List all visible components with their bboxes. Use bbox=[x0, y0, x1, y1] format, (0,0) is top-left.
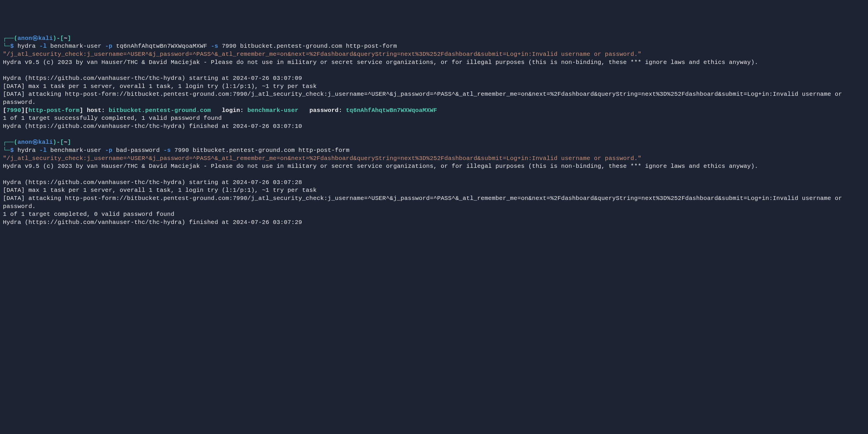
prompt-decoration: ┌──( bbox=[3, 139, 18, 145]
prompt-symbol: ㉿ bbox=[32, 35, 38, 42]
command-arg: benchmark-user bbox=[46, 43, 105, 49]
output-banner: Hydra v9.5 (c) 2023 by van Hauser/THC & … bbox=[3, 163, 758, 170]
output-data: [DATA] max 1 task per 1 server, overall … bbox=[3, 83, 317, 90]
output-finished: Hydra (https://github.com/vanhauser-thc/… bbox=[3, 123, 302, 130]
prompt-host: kali bbox=[38, 139, 53, 145]
result-pass: tq6nAhfAhqtwBn7WXWqoaMXWF bbox=[346, 107, 437, 114]
prompt-dollar: $ bbox=[10, 43, 14, 49]
result-host: bitbucket.pentest-ground.com bbox=[109, 107, 211, 114]
prompt-decoration: └─ bbox=[3, 147, 10, 154]
prompt-decoration: ] bbox=[67, 139, 71, 145]
command-text: hydra bbox=[14, 43, 39, 49]
command-arg: benchmark-user bbox=[46, 147, 105, 154]
output-data: [DATA] max 1 task per 1 server, overall … bbox=[3, 187, 317, 194]
command-quoted-string: "/j_atl_security_check:j_username=^USER^… bbox=[3, 51, 641, 58]
output-success: 1 of 1 target successfully completed, 1 … bbox=[3, 115, 222, 122]
prompt-symbol: ㉿ bbox=[32, 139, 38, 145]
command-flag: -l bbox=[39, 43, 46, 49]
output-data: [DATA] attacking http-post-form://bitbuc… bbox=[3, 195, 846, 210]
result-bracket: ][ bbox=[21, 107, 28, 114]
command-flag: -s bbox=[163, 147, 171, 154]
prompt-line-1: ┌──(anon㉿kali)-[~] bbox=[3, 139, 71, 145]
prompt-decoration: ┌──( bbox=[3, 35, 18, 42]
prompt-line-2: └─$ hydra -l benchmark-user -p tq6nAhfAh… bbox=[3, 43, 641, 58]
prompt-dir: ~ bbox=[64, 35, 67, 42]
prompt-decoration: └─ bbox=[3, 43, 10, 49]
command-flag: -l bbox=[39, 147, 46, 154]
output-data: [DATA] attacking http-post-form://bitbuc… bbox=[3, 91, 846, 106]
result-port: 7990 bbox=[7, 107, 21, 114]
prompt-line-2: └─$ hydra -l benchmark-user -p bad-passw… bbox=[3, 147, 641, 162]
command-arg: bad-password bbox=[112, 147, 163, 154]
prompt-line-1: ┌──(anon㉿kali)-[~] bbox=[3, 35, 71, 42]
prompt-user: anon bbox=[18, 139, 32, 145]
output-banner: Hydra v9.5 (c) 2023 by van Hauser/THC & … bbox=[3, 59, 758, 66]
output-finished: Hydra (https://github.com/vanhauser-thc/… bbox=[3, 219, 302, 226]
prompt-decoration: ] bbox=[67, 35, 71, 42]
result-host-label: host: bbox=[83, 107, 108, 114]
command-arg: tq6nAhfAhqtwBn7WXWqoaMXWF bbox=[112, 43, 211, 49]
command-arg: 7990 bitbucket.pentest-ground.com http-p… bbox=[218, 43, 401, 49]
prompt-dollar: $ bbox=[10, 147, 14, 154]
result-bracket: [ bbox=[3, 107, 7, 114]
prompt-user: anon bbox=[18, 35, 32, 42]
command-flag: -s bbox=[211, 43, 218, 49]
prompt-host: kali bbox=[38, 35, 53, 42]
output-starting: Hydra (https://github.com/vanhauser-thc/… bbox=[3, 75, 302, 81]
result-method: http-post-form bbox=[28, 107, 79, 114]
output-fail: 1 of 1 target completed, 0 valid passwor… bbox=[3, 211, 174, 218]
result-login-label: login: bbox=[211, 107, 247, 114]
prompt-decoration: )-[ bbox=[53, 35, 64, 42]
command-quoted-string: "/j_atl_security_check:j_username=^USER^… bbox=[3, 155, 641, 162]
command-flag: -p bbox=[105, 147, 112, 154]
prompt-decoration: )-[ bbox=[53, 139, 64, 145]
result-pass-label: password: bbox=[299, 107, 346, 114]
result-login: benchmark-user bbox=[247, 107, 298, 114]
terminal-output[interactable]: ┌──(anon㉿kali)-[~] └─$ hydra -l benchmar… bbox=[3, 34, 865, 227]
result-bracket: ] bbox=[80, 107, 83, 114]
command-arg: 7990 bitbucket.pentest-ground.com http-p… bbox=[171, 147, 353, 154]
output-result-line: [7990][http-post-form] host: bitbucket.p… bbox=[3, 107, 437, 114]
prompt-dir: ~ bbox=[64, 139, 67, 145]
command-text: hydra bbox=[14, 147, 39, 154]
output-starting: Hydra (https://github.com/vanhauser-thc/… bbox=[3, 179, 302, 186]
command-flag: -p bbox=[105, 43, 112, 49]
